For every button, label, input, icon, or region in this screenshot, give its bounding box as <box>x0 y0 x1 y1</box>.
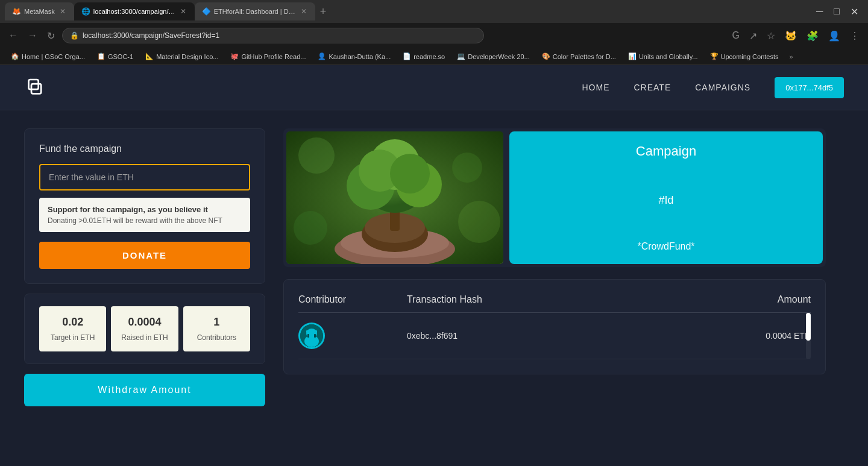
tab-campaign-title: localhost:3000/campaign/SaveFo... <box>93 8 175 15</box>
new-tab-button[interactable]: + <box>315 3 332 20</box>
support-title: Support for the campaign, as you believe… <box>48 205 242 214</box>
stat-contributors-value: 1 <box>213 316 219 329</box>
center-panel: Campaign #Id *CrowdFund* Contributor Tra… <box>265 128 844 406</box>
tab-metamask[interactable]: 🦊 MetaMask ✕ <box>5 2 74 20</box>
bookmark-color-palettes-label: Color Palettes for D... <box>553 53 616 60</box>
logo-svg <box>26 74 53 101</box>
fund-card: Fund the campaign Support for the campai… <box>24 128 265 284</box>
google-services-icon[interactable]: G <box>730 28 742 43</box>
support-box: Support for the campaign, as you believe… <box>39 198 250 232</box>
contributions-table: Contributor Transaction Hash Amount <box>283 279 826 374</box>
maximize-button[interactable]: □ <box>829 4 844 19</box>
developerweek-icon: 💻 <box>457 52 465 60</box>
svg-point-5 <box>458 201 500 243</box>
stat-raised-value: 0.0004 <box>128 316 161 329</box>
tab-metamask-close-icon[interactable]: ✕ <box>58 7 67 16</box>
table-header: Contributor Transaction Hash Amount <box>298 294 811 313</box>
campaign-image <box>286 131 503 264</box>
stat-raised-label: Raised in ETH <box>121 333 168 342</box>
bookmark-developerweek[interactable]: 💻 DeveloperWeek 20... <box>452 51 535 61</box>
amount-cell: 0.0004 ETH <box>690 331 811 341</box>
tab-campaign-close-icon[interactable]: ✕ <box>179 7 187 16</box>
logo-icon <box>24 72 54 102</box>
app: HOME CREATE CAMPAIGNS 0x177...74df5 Fund… <box>0 65 868 466</box>
browser-titlebar: 🦊 MetaMask ✕ 🌐 localhost:3000/campaign/S… <box>0 0 868 23</box>
bookmark-github[interactable]: 🐙 GitHub Profile Read... <box>225 51 310 61</box>
stat-target-value: 0.02 <box>62 316 83 329</box>
tab-devfolio-close-icon[interactable]: ✕ <box>300 7 308 16</box>
bookmark-icon[interactable]: ☆ <box>764 28 778 44</box>
bookmark-upcoming-contests[interactable]: 🏆 Upcoming Contests <box>705 51 784 61</box>
svg-point-23 <box>304 335 319 347</box>
kaushan-icon: 👤 <box>318 52 326 60</box>
bookmark-material[interactable]: 📐 Material Design Ico... <box>140 51 223 61</box>
table-header-contributor: Contributor <box>298 294 407 305</box>
campaign-card-id: #Id <box>658 194 673 207</box>
bookmark-home-gsoc-label: Home | GSoC Orga... <box>22 53 85 60</box>
nav-home-link[interactable]: HOME <box>582 83 609 92</box>
bookmarks-bar: 🏠 Home | GSoC Orga... 📋 GSOC-1 📐 Materia… <box>0 48 868 65</box>
campaign-image-container: Campaign #Id *CrowdFund* <box>283 128 826 267</box>
toolbar-actions: G ↗ ☆ 🐱 🧩 👤 ⋮ <box>730 28 862 44</box>
home-gsoc-icon: 🏠 <box>11 52 19 60</box>
stat-target: 0.02 Target in ETH <box>39 306 106 351</box>
minimize-button[interactable]: ─ <box>811 4 828 19</box>
bookmark-readme[interactable]: 📄 readme.so <box>398 51 450 61</box>
bookmark-units[interactable]: 📊 Units and Globally... <box>623 51 703 61</box>
github-icon: 🐙 <box>230 52 239 60</box>
nav-create-link[interactable]: CREATE <box>634 83 671 92</box>
tampermonkey-icon[interactable]: 🐱 <box>782 28 799 44</box>
stats-card: 0.02 Target in ETH 0.0004 Raised in ETH … <box>24 294 265 364</box>
svg-rect-24 <box>307 334 309 338</box>
scrollbar-track[interactable] <box>806 313 811 359</box>
tx-hash-cell: 0xebc...8f691 <box>407 331 690 341</box>
metamask-favicon-icon: 🦊 <box>12 7 20 16</box>
color-palettes-icon: 🎨 <box>542 52 550 60</box>
stat-raised: 0.0004 Raised in ETH <box>111 306 178 351</box>
material-icon: 📐 <box>145 52 154 60</box>
withdraw-button[interactable]: Withdraw Amount <box>24 374 265 406</box>
share-icon[interactable]: ↗ <box>747 28 760 44</box>
tab-metamask-title: MetaMask <box>24 8 55 15</box>
eth-value-input[interactable] <box>39 164 250 190</box>
units-icon: 📊 <box>628 52 637 60</box>
bookmark-gsoc1[interactable]: 📋 GSOC-1 <box>92 51 138 61</box>
back-button[interactable]: ← <box>6 28 20 43</box>
lock-icon: 🔒 <box>70 31 79 40</box>
readme-icon: 📄 <box>403 52 411 60</box>
tab-campaign[interactable]: 🌐 localhost:3000/campaign/SaveFo... ✕ <box>74 2 195 20</box>
campaign-card-label: Campaign <box>636 143 696 159</box>
more-bookmarks-button[interactable]: » <box>786 52 797 61</box>
table-header-amount: Amount <box>690 294 811 305</box>
browser-tabs: 🦊 MetaMask ✕ 🌐 localhost:3000/campaign/S… <box>5 2 811 20</box>
svg-point-3 <box>298 137 335 174</box>
bookmark-units-label: Units and Globally... <box>639 53 698 60</box>
campaign-teal-card: Campaign #Id *CrowdFund* <box>509 131 823 264</box>
browser-window-controls: ─ □ ✕ <box>811 4 863 20</box>
bookmark-gsoc1-label: GSOC-1 <box>108 53 133 60</box>
close-window-button[interactable]: ✕ <box>846 4 863 20</box>
bookmark-color-palettes[interactable]: 🎨 Color Palettes for D... <box>537 51 621 61</box>
bookmark-home-gsoc[interactable]: 🏠 Home | GSoC Orga... <box>6 51 90 61</box>
table-header-tx-hash: Transaction Hash <box>407 294 690 305</box>
scrollbar-thumb <box>806 313 811 341</box>
tree-svg <box>286 131 503 264</box>
nav-campaigns-link[interactable]: CAMPAIGNS <box>695 83 750 92</box>
extensions-icon[interactable]: 🧩 <box>804 28 821 44</box>
address-text: localhost:3000/campaign/SaveForest?id=1 <box>83 31 219 40</box>
gsoc1-icon: 📋 <box>97 52 105 60</box>
support-desc: Donating >0.01ETH will be reward with th… <box>48 216 242 225</box>
wallet-button[interactable]: 0x177...74df5 <box>775 77 844 98</box>
forward-button[interactable]: → <box>25 28 40 43</box>
bookmark-github-label: GitHub Profile Read... <box>241 53 306 60</box>
bookmark-kaushan[interactable]: 👤 Kaushan-Dutta (Ka... <box>313 51 395 61</box>
donate-button[interactable]: DONATE <box>39 242 250 269</box>
profile-icon[interactable]: 👤 <box>826 28 843 44</box>
address-bar[interactable]: 🔒 localhost:3000/campaign/SaveForest?id=… <box>62 28 484 43</box>
tab-devfolio[interactable]: 🔷 ETHforAll: Dashboard | Devfolio ✕ <box>195 2 315 20</box>
navbar: HOME CREATE CAMPAIGNS 0x177...74df5 <box>0 65 868 110</box>
svg-point-4 <box>452 153 482 183</box>
menu-icon[interactable]: ⋮ <box>848 28 862 44</box>
stat-target-label: Target in ETH <box>51 333 95 342</box>
reload-button[interactable]: ↻ <box>45 28 57 44</box>
